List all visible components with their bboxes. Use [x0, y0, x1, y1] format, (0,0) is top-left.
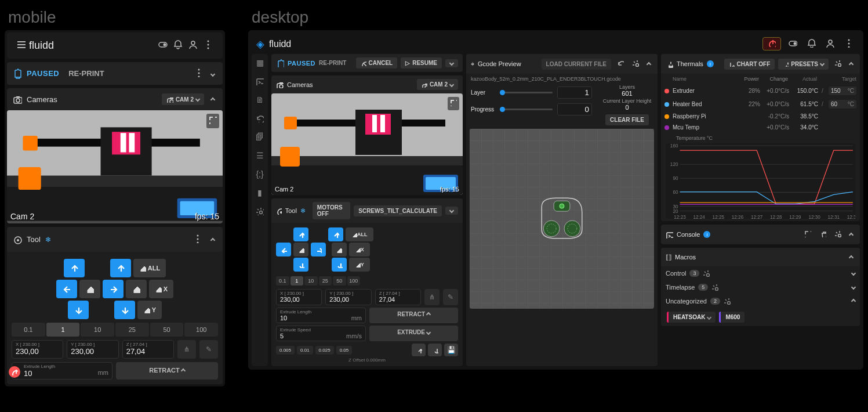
thermals-collapse-icon[interactable]: [847, 58, 855, 70]
xy-up-button[interactable]: [64, 259, 85, 277]
tool-chevron-icon[interactable]: [445, 207, 458, 215]
camera-selector[interactable]: CAM 2: [162, 93, 204, 105]
bell-icon[interactable]: [170, 37, 186, 54]
motion-icon[interactable]: ⋔: [177, 340, 196, 359]
home-all-button[interactable]: ALL: [133, 259, 166, 277]
chart-off-button[interactable]: CHART OFF: [724, 59, 775, 70]
nav-system-icon[interactable]: ▮: [255, 187, 265, 198]
z-offset-down-icon[interactable]: [428, 344, 442, 356]
console-settings-icon[interactable]: [832, 228, 844, 241]
edit-icon-d[interactable]: ✎: [443, 289, 458, 305]
clear-file-button[interactable]: CLEAR FILE: [605, 114, 649, 125]
edit-icon[interactable]: ✎: [199, 340, 218, 359]
extrude-length-d[interactable]: Extrude Length10mm: [276, 308, 366, 323]
y-input-d[interactable]: Y [ 230.00 ]230,00: [325, 289, 371, 305]
thermals-settings-icon[interactable]: [832, 57, 844, 70]
xy-home-button[interactable]: [79, 280, 100, 298]
xy-down-d[interactable]: [293, 258, 308, 272]
macro-group-control[interactable]: Control 3: [661, 266, 860, 280]
progress-input[interactable]: [557, 103, 592, 115]
home-x-button[interactable]: X: [149, 280, 173, 298]
motion-icon-d[interactable]: ⋔: [424, 289, 440, 305]
extrude-button[interactable]: EXTRUDE: [369, 326, 458, 341]
cameras-collapse-icon[interactable]: [209, 93, 217, 106]
micro-0.005[interactable]: 0.005: [276, 346, 295, 355]
user-icon[interactable]: [186, 37, 201, 54]
z-offset-up-icon[interactable]: [412, 344, 426, 356]
thermal-target-input[interactable]: 150°C: [829, 86, 856, 95]
nav-files-icon[interactable]: 🗎: [255, 95, 265, 105]
reprint-button-d[interactable]: RE-PRINT: [319, 60, 346, 66]
home-y-button[interactable]: Y: [137, 301, 162, 319]
reprint-button[interactable]: RE-PRINT: [68, 69, 104, 78]
progress-slider[interactable]: [500, 109, 553, 110]
z-input-d[interactable]: Z [ 27.04 ]27,04: [375, 289, 421, 305]
retract-button-d[interactable]: RETRACT: [369, 308, 458, 323]
xy-up-d[interactable]: [293, 227, 308, 241]
y-input[interactable]: Y [ 230.00 ] 230,00: [67, 340, 118, 359]
nav-jobs-icon[interactable]: 🗐: [255, 132, 265, 142]
presets-button[interactable]: PRESETS: [778, 59, 829, 70]
cancel-button[interactable]: CANCEL: [356, 57, 398, 68]
user-icon-d[interactable]: [823, 36, 837, 52]
extrude-speed-d[interactable]: Extrude Speed5mm/s: [276, 326, 366, 341]
z-up-d[interactable]: [328, 227, 343, 241]
x-input[interactable]: X [ 230.00 ] 230,00: [12, 340, 63, 359]
dist-50-d[interactable]: 50: [333, 276, 346, 285]
x-input-d[interactable]: X [ 230.00 ]230,00: [276, 289, 322, 305]
resume-button[interactable]: ▷ RESUME: [401, 57, 442, 68]
power-icon[interactable]: [9, 366, 20, 378]
toggle-icon-d[interactable]: [786, 36, 800, 52]
home-x-d[interactable]: X: [349, 243, 370, 256]
nav-console-icon[interactable]: [255, 76, 265, 86]
nav-config-icon[interactable]: {;}: [255, 169, 265, 179]
status-more-icon[interactable]: [191, 66, 205, 81]
macro-m600-button[interactable]: M600: [719, 312, 744, 323]
xy-down-button[interactable]: [68, 301, 89, 319]
micro-0.05[interactable]: 0.05: [336, 346, 353, 355]
thermal-target-input[interactable]: 60°C: [829, 100, 856, 109]
z-offset-save-icon[interactable]: 💾: [444, 344, 458, 356]
xy-home-d[interactable]: [293, 243, 308, 256]
layer-slider[interactable]: [500, 92, 553, 93]
dist-0.1-d[interactable]: 0.1: [276, 276, 289, 285]
console-trash-icon[interactable]: [817, 228, 829, 241]
macro-group-uncat[interactable]: Uncategorized 2: [661, 294, 860, 308]
micro-0.01[interactable]: 0.01: [297, 346, 313, 355]
z-down-d[interactable]: [332, 258, 347, 272]
estop-button[interactable]: [762, 37, 781, 50]
more-icon-d[interactable]: [841, 36, 855, 52]
dist-10[interactable]: 10: [81, 323, 114, 337]
z-input[interactable]: Z [ 27.04 ] 27,04: [122, 340, 174, 359]
menu-icon[interactable]: [14, 37, 29, 54]
gcode-canvas[interactable]: [470, 129, 654, 309]
screws-tilt-button[interactable]: SCREWS_TILT_CALCULATE: [354, 205, 442, 216]
nav-settings-icon[interactable]: [255, 206, 265, 216]
dist-100[interactable]: 100: [184, 323, 218, 337]
gcode-refresh-icon[interactable]: [615, 57, 626, 70]
more-icon[interactable]: [201, 37, 216, 54]
x-right-d[interactable]: [311, 243, 326, 256]
macro-heatsoak-button[interactable]: HEATSOAK: [667, 312, 716, 323]
x-left-button[interactable]: [56, 280, 77, 298]
nav-history-icon[interactable]: [255, 113, 265, 124]
expand-icon-d[interactable]: [448, 97, 459, 110]
gcode-collapse-icon[interactable]: [645, 58, 653, 70]
macro-control-gear-icon[interactable]: [703, 270, 710, 277]
tool-collapse-icon[interactable]: [209, 233, 217, 246]
dist-1-d[interactable]: 1: [290, 276, 304, 285]
z-down-button[interactable]: [114, 301, 135, 319]
dist-25-d[interactable]: 25: [319, 276, 332, 285]
macro-timelapse-gear-icon[interactable]: [711, 284, 718, 291]
status-chevron-icon[interactable]: [445, 59, 458, 67]
console-info-icon[interactable]: i: [703, 231, 710, 238]
x-left-d[interactable]: [276, 243, 291, 256]
toggle-icon[interactable]: [155, 37, 170, 54]
macro-uncat-gear-icon[interactable]: [724, 298, 731, 305]
dist-0.1[interactable]: 0.1: [12, 323, 45, 337]
dist-1[interactable]: 1: [46, 323, 80, 337]
retract-button[interactable]: RETRACT: [116, 362, 218, 380]
motors-off-button[interactable]: MOTORS OFF: [313, 202, 350, 219]
macro-group-timelapse[interactable]: Timelapse 5: [661, 280, 860, 294]
dist-100-d[interactable]: 100: [347, 276, 361, 285]
